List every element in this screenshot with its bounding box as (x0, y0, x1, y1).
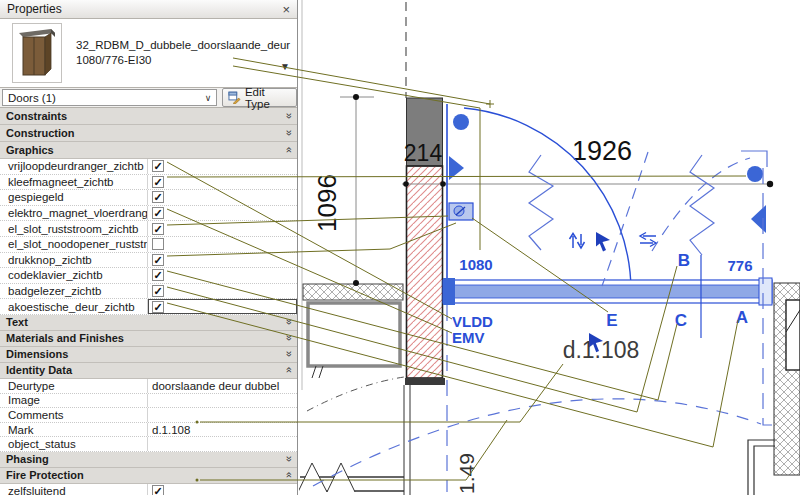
object-status-value[interactable] (148, 437, 297, 451)
checkbox-zelfsluitend[interactable]: ✓ (152, 485, 164, 495)
letter-b: B (678, 251, 690, 270)
param-row-el-slot-noodopener: el_slot_noodopener_ruststro... (0, 237, 297, 253)
checkbox-gespiegeld[interactable]: ✓ (152, 191, 164, 203)
param-row-codeklavier: codeklavier_zichtb ✓ (0, 268, 297, 284)
dim-text-214[interactable]: 214 (404, 140, 443, 166)
mark-value[interactable]: d.1.108 (148, 423, 297, 437)
type-selector[interactable]: 32_RDBM_D_dubbele_doorslaande_deur 1080/… (0, 19, 297, 88)
cursor-arrow-icon (596, 232, 610, 252)
image-value[interactable] (148, 394, 297, 408)
swap-vertical-icon (570, 234, 577, 249)
break-symbol-left (529, 155, 553, 250)
door-mark-text[interactable]: d.1.108 (563, 337, 640, 363)
checkbox-badgelezer[interactable]: ✓ (152, 285, 164, 297)
section-identity-data[interactable]: Identity Data » (0, 363, 297, 379)
right-wall-niche (786, 300, 800, 370)
param-row-drukknop: drukknop_zichtb ✓ (0, 253, 297, 269)
combo-chevron-icon: ∨ (205, 93, 212, 103)
leaf-dim-1080: 1080 (459, 256, 492, 273)
category-filter-combo[interactable]: Doors (1) ∨ (2, 89, 217, 106)
section-construction[interactable]: Construction « (0, 125, 297, 142)
param-row-deurtype: Deurtype doorslaande deur dubbel (0, 379, 297, 394)
edit-type-button[interactable]: Edit Type (222, 88, 297, 107)
checkbox-el-slot-noodopener[interactable] (152, 238, 164, 250)
param-row-elektro-magnet: elektro_magnet_vloerdranger... ✓ (0, 206, 297, 222)
label-emv: EMV (452, 329, 485, 346)
plan-view: 1096 214 1926 (299, 0, 800, 495)
panel-titlebar[interactable]: Properties × (0, 0, 297, 19)
section-graphics[interactable]: Graphics » (0, 142, 297, 159)
type-name-line1: 32_RDBM_D_dubbele_doorslaande_deur (76, 38, 266, 53)
letter-a: A (736, 308, 748, 327)
section-phasing[interactable]: Phasing « (0, 452, 297, 468)
dim-dot (403, 181, 409, 187)
section-text[interactable]: Text « (0, 315, 297, 331)
type-dropdown-icon[interactable]: ▼ (280, 61, 290, 72)
chevron-collapse-icon: » (282, 367, 294, 373)
wall-section-hatched (407, 166, 443, 378)
dim-dot (767, 181, 773, 187)
el-slot-symbol (449, 203, 473, 220)
type-name-line2: 1080/776-EI30 (76, 53, 266, 68)
swap-horizontal-icon (640, 233, 656, 247)
close-icon[interactable]: × (282, 3, 290, 16)
plan-drawing[interactable]: 1096 214 1926 (299, 0, 800, 495)
checkbox-kleefmagneet[interactable]: ✓ (152, 176, 164, 188)
dim-text-1096[interactable]: 1096 (312, 174, 342, 232)
param-row-comments: Comments (0, 408, 297, 423)
chevron-expand-icon: « (282, 456, 294, 462)
param-row-el-slot-ruststroom: el_slot_ruststroom_zichtb ✓ (0, 221, 297, 237)
selection-row: Doors (1) ∨ Edit Type (0, 88, 297, 108)
chevron-expand-icon: « (282, 335, 294, 341)
door-swing-dashed-inner (602, 152, 648, 286)
dim-dot (353, 280, 359, 286)
param-row-gespiegeld: gespiegeld ✓ (0, 190, 297, 206)
category-filter-value: Doors (1) (8, 92, 56, 104)
checkbox-elektro-magnet[interactable]: ✓ (152, 207, 164, 219)
letter-e: E (606, 311, 617, 330)
kleefmagneet-symbol (453, 114, 469, 130)
other-door-mark[interactable]: 1.49 (455, 453, 478, 494)
param-row-mark: Mark d.1.108 (0, 423, 297, 438)
tick-marks (312, 366, 323, 378)
comments-value[interactable] (148, 408, 297, 422)
dim-text-1926[interactable]: 1926 (572, 136, 632, 166)
wall-band-hatched (303, 284, 403, 300)
door-swing-dashed-top (652, 158, 750, 251)
dim-dot (440, 181, 446, 187)
param-row-vrijloopdeurdranger: vrijloopdeurdranger_zichtb ✓ (0, 159, 297, 175)
param-row-kleefmagneet: kleefmagneet_zichtb ✓ (0, 175, 297, 191)
checkbox-vrijloopdeurdranger[interactable]: ✓ (152, 160, 164, 172)
dashed-corner-bracket (741, 151, 767, 167)
deurtype-value[interactable]: doorslaande deur dubbel (148, 379, 297, 393)
edit-type-icon (228, 91, 241, 104)
chevron-expand-icon: « (282, 351, 294, 357)
checkbox-codeklavier[interactable]: ✓ (152, 269, 164, 281)
door-jamb-lower (748, 440, 775, 495)
chevron-expand-icon: « (282, 113, 294, 119)
param-row-object-status: object_status (0, 437, 297, 452)
param-row-badgelezer: badgelezer_zichtb ✓ (0, 284, 297, 300)
door-swing-dashdot (307, 377, 404, 411)
kleefmagneet-symbol-right (747, 166, 763, 182)
break-symbol-right (690, 155, 714, 255)
chevron-collapse-icon: » (282, 147, 294, 153)
edit-type-label: Edit Type (245, 86, 291, 110)
door-panel-fill (445, 285, 770, 298)
param-row-akoestische-deur: akoestische_deur_zichtb ✓ (0, 299, 297, 315)
panel-title: Properties (7, 2, 62, 16)
section-materials[interactable]: Materials and Finishes « (0, 331, 297, 347)
checkbox-akoestische-deur[interactable]: ✓ (152, 301, 164, 313)
door-panel-cap-left (443, 278, 455, 305)
section-constraints[interactable]: Constraints « (0, 108, 297, 125)
checkbox-drukknop[interactable]: ✓ (152, 254, 164, 266)
swap-vertical-icon-2 (578, 234, 585, 248)
section-dimensions[interactable]: Dimensions « (0, 347, 297, 363)
checkbox-el-slot-ruststroom[interactable]: ✓ (152, 223, 164, 235)
cabinet-outline (308, 303, 400, 366)
section-fire-protection[interactable]: Fire Protection » (0, 468, 297, 484)
door-type-thumbnail (12, 23, 62, 83)
dim-dot (353, 94, 359, 100)
label-vldd: VLDD (452, 313, 493, 330)
hinge-triangle-right (751, 205, 766, 233)
